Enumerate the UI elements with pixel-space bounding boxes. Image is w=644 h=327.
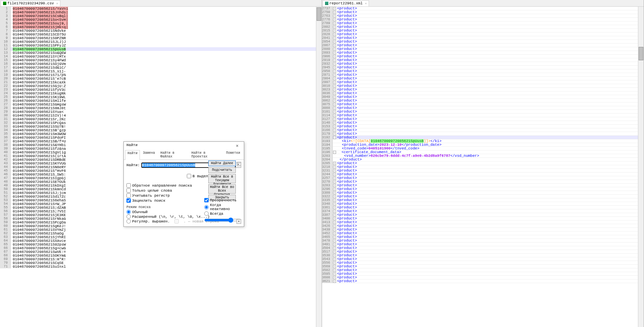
code-line[interactable]: 61010467000972085621SVYmZj xyxy=(0,228,322,232)
fold-icon[interactable]: + xyxy=(333,33,336,36)
fold-icon[interactable]: + xyxy=(333,44,336,47)
code-line[interactable]: 34010467000972085621SB'gzp xyxy=(0,128,322,132)
fold-icon[interactable]: + xyxy=(333,84,336,87)
fold-icon[interactable]: + xyxy=(333,228,336,231)
code-line[interactable]: 65010467000972085621S02psW xyxy=(0,243,322,246)
fold-icon[interactable]: + xyxy=(333,166,336,169)
code-line[interactable]: 29010467000972085621SYua< xyxy=(0,110,322,114)
fold-icon[interactable]: + xyxy=(333,199,336,202)
code-line[interactable]: 63010467000972085621SjYhRI xyxy=(0,235,322,239)
fold-icon[interactable]: + xyxy=(333,280,336,283)
dialog-tab[interactable]: Найти в Файлах xyxy=(158,150,189,159)
fold-icon[interactable]: + xyxy=(333,18,336,21)
fold-icon[interactable]: + xyxy=(333,48,336,51)
code-line[interactable]: 22010467000972085621SGjU:Z xyxy=(0,84,322,88)
code-line[interactable]: 15010467000972085621Sy4FWd xyxy=(0,58,322,62)
scroll-thumb[interactable] xyxy=(639,47,643,60)
code-line[interactable]: 3621+<product> xyxy=(322,279,644,283)
dialog-tab[interactable]: Найти в Проектах xyxy=(189,150,223,159)
fold-icon[interactable]: + xyxy=(333,265,336,268)
code-line[interactable]: 28010467000972085621S8mJ8t xyxy=(0,106,322,110)
code-line[interactable]: 17010467000972085621Sd&1C/ xyxy=(0,66,322,69)
fold-icon[interactable]: + xyxy=(333,272,336,275)
code-line[interactable]: 16010467000972085621SOjGVm xyxy=(0,62,322,66)
fold-icon[interactable]: + xyxy=(333,243,336,246)
fold-icon[interactable]: + xyxy=(333,66,336,69)
trans-always-radio[interactable]: Всегда xyxy=(204,211,241,216)
code-line[interactable]: 27010467000972085621SGHgsW xyxy=(0,103,322,106)
code-line[interactable]: 64010467000972085621SXAvce xyxy=(0,239,322,243)
code-line[interactable]: 4010467000972085621So<SvH| xyxy=(0,18,322,21)
fold-icon[interactable]: + xyxy=(333,99,336,102)
fold-icon[interactable]: + xyxy=(333,103,336,106)
code-line[interactable]: 36010467000972085621SPdoPI xyxy=(0,136,322,139)
code-line[interactable]: 68010467000972085621SOKYm& xyxy=(0,254,322,257)
code-line[interactable]: 5010467000972085621Souj9,| xyxy=(0,21,322,25)
code-line[interactable]: 6010467000972085621SjHk<q| xyxy=(0,25,322,29)
fold-icon[interactable]: + xyxy=(333,110,336,113)
fold-icon[interactable]: + xyxy=(333,51,336,54)
code-line[interactable]: 21010467000972085621SkcaXk xyxy=(0,80,322,84)
trans-inactive-radio[interactable]: Когда неактивно xyxy=(204,203,241,211)
fold-icon[interactable]: + xyxy=(333,37,336,40)
fold-icon[interactable]: + xyxy=(333,202,336,205)
right-editor[interactable]: 2737+<product>2750+<product>2763+<produc… xyxy=(322,7,644,327)
fold-icon[interactable]: + xyxy=(333,14,336,17)
code-line[interactable]: 13010467000972085621So&QEW xyxy=(0,51,322,55)
code-line[interactable]: 1010467000972085621S/YaVn1 xyxy=(0,7,322,10)
code-line[interactable]: 3010467000972085621SCsBql| xyxy=(0,14,322,18)
code-line[interactable]: 31010467000972085621Sr,2Kc xyxy=(0,117,322,121)
code-line[interactable]: 11010467000972085621SPFyJZ xyxy=(0,44,322,47)
fold-icon[interactable]: + xyxy=(333,121,336,124)
fold-icon[interactable]: + xyxy=(333,224,336,227)
fold-icon[interactable]: − xyxy=(333,151,336,154)
fold-icon[interactable]: + xyxy=(333,129,336,132)
fold-icon[interactable]: + xyxy=(333,11,336,14)
fold-icon[interactable]: + xyxy=(333,236,336,239)
transparency-slider[interactable] xyxy=(204,217,241,223)
fold-icon[interactable]: + xyxy=(333,95,336,99)
fold-icon[interactable]: + xyxy=(333,232,336,235)
fold-icon[interactable]: + xyxy=(333,188,336,191)
dialog-tab[interactable]: Замена xyxy=(141,150,157,159)
fold-icon[interactable]: + xyxy=(333,191,336,194)
code-line[interactable]: 23010467000972085621SfyV3c xyxy=(0,88,322,91)
code-line[interactable]: 8010467000972085621SCD75U xyxy=(0,32,322,36)
fold-icon[interactable]: + xyxy=(333,173,336,176)
fold-icon[interactable]: + xyxy=(333,125,336,128)
find-all-current-button[interactable]: Найти Все в Текущем Документе xyxy=(208,174,236,183)
fold-icon[interactable]: + xyxy=(333,25,336,28)
code-line[interactable]: 70010467000972085621SCqSE xyxy=(0,261,322,265)
fold-icon[interactable]: + xyxy=(333,70,336,73)
fold-icon[interactable]: + xyxy=(333,62,336,65)
code-line[interactable]: 66010467000972085621Sg>cwG xyxy=(0,246,322,250)
code-line[interactable]: 10010467000972085621SJLJ)J xyxy=(0,40,322,44)
fold-icon[interactable]: + xyxy=(333,81,336,84)
code-line[interactable]: 25010467000972085621SK19WL xyxy=(0,95,322,99)
code-line[interactable]: 14010467000972085621SY(MTx xyxy=(0,55,322,58)
dialog-tab[interactable]: Найти xyxy=(125,150,140,160)
code-line[interactable]: 18010467000972085621S_s1j- xyxy=(0,69,322,73)
fold-icon[interactable]: + xyxy=(333,29,336,32)
fold-icon[interactable]: + xyxy=(333,92,336,95)
fold-icon[interactable]: + xyxy=(333,77,336,80)
close-icon[interactable]: ✕ xyxy=(365,2,367,5)
fold-icon[interactable]: + xyxy=(333,195,336,198)
fold-icon[interactable]: + xyxy=(333,269,336,272)
fold-icon[interactable]: + xyxy=(333,261,336,264)
fold-icon[interactable]: + xyxy=(333,213,336,216)
right-tab[interactable]: report22961.xml ✕ xyxy=(323,0,369,6)
fold-icon[interactable]: + xyxy=(333,55,336,58)
fold-icon[interactable]: + xyxy=(333,88,336,91)
code-line[interactable]: 35010467000972085621Sm3WOW xyxy=(0,132,322,136)
code-line[interactable]: 24010467000972085621SkugNk xyxy=(0,91,322,95)
fold-icon[interactable]: + xyxy=(333,132,336,135)
fold-icon[interactable]: + xyxy=(333,107,336,110)
scrollbar[interactable] xyxy=(316,7,322,327)
fold-icon[interactable]: + xyxy=(333,73,336,76)
scroll-thumb[interactable] xyxy=(317,7,321,21)
expand-icon[interactable]: ▾ xyxy=(236,219,241,224)
fold-icon[interactable]: + xyxy=(333,206,336,209)
code-line[interactable]: 30010467000972085621SIV)!4 xyxy=(0,114,322,117)
fold-icon[interactable]: + xyxy=(333,114,336,117)
